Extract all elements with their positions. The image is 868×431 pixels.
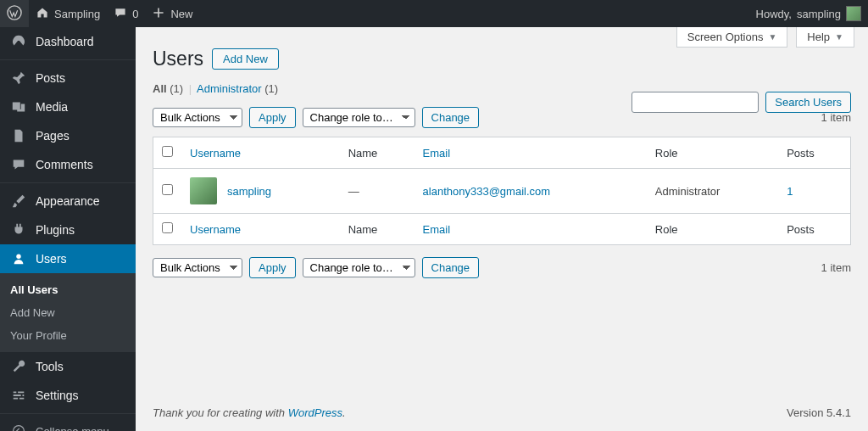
- apply-button[interactable]: Apply: [249, 107, 296, 128]
- screen-meta-links: Screen Options▼ Help▼: [676, 27, 854, 48]
- row-username[interactable]: sampling: [227, 185, 271, 198]
- apply-button-bottom[interactable]: Apply: [249, 257, 296, 278]
- sidebar-item-tools[interactable]: Tools: [0, 352, 136, 381]
- media-icon: [10, 99, 27, 115]
- sidebar-item-settings[interactable]: Settings: [0, 381, 136, 410]
- howdy-user: sampling: [797, 8, 841, 20]
- pages-icon: [10, 128, 27, 143]
- col-posts: Posts: [778, 137, 850, 169]
- row-checkbox[interactable]: [162, 184, 173, 195]
- select-all-bottom[interactable]: [162, 222, 173, 233]
- comment-icon: [114, 6, 127, 22]
- change-role-select[interactable]: Change role to…: [303, 108, 415, 127]
- filter-administrator[interactable]: Administrator: [197, 82, 262, 95]
- screen-options-label: Screen Options: [687, 31, 764, 43]
- footer-wp-link[interactable]: WordPress: [288, 406, 342, 419]
- wrench-icon: [10, 359, 27, 374]
- dashboard-icon: [10, 34, 27, 49]
- sidebar-item-label: Dashboard: [36, 35, 94, 48]
- svg-point-1: [16, 255, 20, 259]
- chevron-down-icon: ▼: [768, 32, 776, 42]
- admin-sidebar: Dashboard Posts Media Pages Comments App…: [0, 27, 136, 431]
- chevron-down-icon: ▼: [835, 32, 843, 42]
- filter-all[interactable]: All: [153, 82, 167, 95]
- sidebar-item-posts[interactable]: Posts: [0, 64, 136, 92]
- search-users-button[interactable]: Search Users: [765, 92, 851, 113]
- collapse-icon: [10, 424, 27, 431]
- submenu-add-new[interactable]: Add New: [0, 301, 136, 324]
- col-username[interactable]: Username: [190, 223, 241, 236]
- users-table: Username Name Email Role Posts sampling …: [153, 137, 851, 245]
- content-area: Screen Options▼ Help▼ Users Add New All …: [136, 27, 868, 431]
- sidebar-item-label: Tools: [36, 360, 64, 373]
- comments-link[interactable]: 0: [107, 0, 145, 27]
- col-role: Role: [647, 214, 778, 245]
- collapse-label: Collapse menu: [36, 425, 109, 432]
- my-account[interactable]: Howdy, sampling: [749, 0, 868, 27]
- brush-icon: [10, 193, 27, 209]
- sidebar-submenu-users: All Users Add New Your Profile: [0, 273, 136, 352]
- sidebar-item-label: Settings: [36, 389, 79, 402]
- table-row: sampling — alanthony333@gmail.com Admini…: [153, 169, 851, 214]
- avatar: [846, 6, 861, 21]
- row-name: —: [340, 169, 415, 214]
- user-icon: [10, 251, 27, 266]
- sidebar-item-label: Plugins: [36, 223, 75, 237]
- change-role-select-bottom[interactable]: Change role to…: [303, 258, 415, 277]
- site-link[interactable]: Sampling: [29, 0, 107, 27]
- item-count-bottom: 1 item: [821, 261, 851, 274]
- col-posts: Posts: [778, 214, 850, 245]
- col-username[interactable]: Username: [190, 147, 241, 160]
- row-role: Administrator: [647, 169, 778, 214]
- plus-icon: [152, 6, 165, 22]
- col-role: Role: [647, 137, 778, 169]
- new-label: New: [170, 8, 192, 20]
- sidebar-item-label: Pages: [36, 129, 70, 143]
- sidebar-item-media[interactable]: Media: [0, 92, 136, 121]
- collapse-menu[interactable]: Collapse menu: [0, 417, 136, 431]
- admin-toolbar: Sampling 0 New Howdy, sampling: [0, 0, 868, 27]
- help-tab[interactable]: Help▼: [796, 27, 854, 48]
- search-input[interactable]: [632, 92, 759, 113]
- footer-thankyou: Thank you for creating with: [153, 406, 288, 419]
- sidebar-item-dashboard[interactable]: Dashboard: [0, 27, 136, 56]
- col-name: Name: [340, 214, 415, 245]
- footer-version: Version 5.4.1: [787, 406, 851, 419]
- select-all-top[interactable]: [162, 146, 173, 157]
- comments-count: 0: [132, 8, 138, 20]
- sidebar-item-comments[interactable]: Comments: [0, 150, 136, 179]
- col-email[interactable]: Email: [423, 223, 451, 236]
- sliders-icon: [10, 388, 27, 403]
- bulk-actions-select[interactable]: Bulk Actions: [153, 108, 242, 127]
- sidebar-item-label: Media: [36, 100, 68, 114]
- bulk-actions-select-bottom[interactable]: Bulk Actions: [153, 258, 242, 277]
- new-content[interactable]: New: [145, 0, 199, 27]
- howdy-prefix: Howdy,: [756, 8, 792, 20]
- svg-point-0: [8, 5, 21, 19]
- comment-icon: [10, 157, 27, 172]
- sidebar-item-appearance[interactable]: Appearance: [0, 187, 136, 216]
- site-name: Sampling: [54, 8, 100, 20]
- pin-icon: [10, 70, 27, 86]
- submenu-your-profile[interactable]: Your Profile: [0, 324, 136, 347]
- search-box: Search Users: [632, 92, 851, 113]
- sidebar-item-label: Users: [36, 252, 67, 266]
- submenu-all-users[interactable]: All Users: [0, 278, 136, 301]
- item-count: 1 item: [821, 111, 851, 124]
- add-new-button[interactable]: Add New: [212, 48, 279, 70]
- row-posts[interactable]: 1: [787, 185, 793, 198]
- sidebar-item-plugins[interactable]: Plugins: [0, 216, 136, 244]
- change-button-bottom[interactable]: Change: [422, 257, 480, 278]
- sidebar-item-label: Comments: [36, 158, 93, 171]
- col-email[interactable]: Email: [423, 147, 451, 160]
- row-email[interactable]: alanthony333@gmail.com: [423, 185, 551, 198]
- sidebar-item-users[interactable]: Users: [0, 244, 136, 273]
- change-button[interactable]: Change: [422, 107, 480, 128]
- sidebar-item-pages[interactable]: Pages: [0, 121, 136, 150]
- filter-admin-count: (1): [264, 82, 278, 95]
- wp-logo[interactable]: [0, 0, 29, 27]
- admin-footer: Thank you for creating with WordPress. V…: [136, 395, 868, 431]
- home-icon: [36, 6, 49, 22]
- avatar: [190, 177, 217, 204]
- screen-options-tab[interactable]: Screen Options▼: [676, 27, 788, 48]
